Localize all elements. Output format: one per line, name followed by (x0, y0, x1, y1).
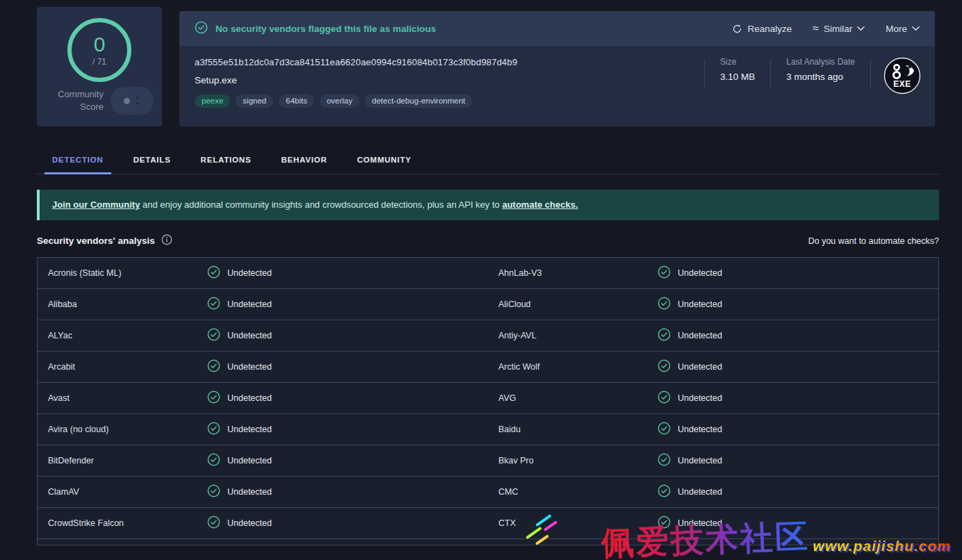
vendor-status: Undetected (658, 390, 938, 406)
vendor-cell-left: Avira (no cloud) Undetected (38, 414, 488, 445)
check-circle-icon (207, 516, 220, 531)
verdict-message: No security vendors flagged this file as… (215, 24, 436, 34)
tab-behavior[interactable]: BEHAVIOR (281, 145, 327, 174)
tabs-bar: DETECTION DETAILS RELATIONS BEHAVIOR COM… (37, 145, 939, 174)
info-icon[interactable] (161, 234, 172, 247)
table-row: Avast Undetected AVG Undetected (38, 383, 938, 414)
tab-detection[interactable]: DETECTION (52, 145, 104, 174)
file-tags: peexe signed 64bits overlay detect-debug… (195, 94, 704, 108)
status-text: Undetected (678, 487, 722, 497)
vendor-cell-left: ClamAV Undetected (38, 477, 488, 507)
check-circle-icon (207, 390, 220, 406)
file-name: Setup.exe (195, 75, 704, 85)
vendor-cell-left: CrowdStrike Falcon Undetected (38, 508, 488, 538)
vendor-cell-left: ALYac Undetected (38, 320, 488, 351)
vote-face-icon (124, 98, 130, 104)
last-analysis-block: Last Analysis Date 3 months ago (771, 57, 870, 82)
table-row: ClamAV Undetected CMC Undetected (38, 477, 938, 508)
vendor-name: AhnLab-V3 (498, 268, 658, 278)
banner-text: and enjoy additional community insights … (140, 199, 502, 210)
status-text: Undetected (678, 456, 722, 466)
community-score-label: Community Score (49, 88, 104, 113)
table-row: Alibaba Undetected AliCloud Undetected (38, 289, 938, 320)
file-tag[interactable]: 64bits (279, 94, 314, 108)
vendor-status: Undetected (207, 359, 488, 374)
check-circle-icon (207, 265, 220, 281)
detections-count: 0 (94, 34, 106, 55)
file-sha256-hash: a3f555e51b12dc0a7d3ca841511ea6620ae0994c… (195, 57, 704, 67)
similar-button[interactable]: ≈ Similar (813, 23, 865, 34)
vendor-name: Antiy-AVL (498, 331, 658, 340)
check-circle-icon (207, 328, 220, 343)
vendor-status: Undetected (658, 297, 938, 312)
vendor-status: Undetected (207, 484, 488, 500)
tab-details[interactable]: DETAILS (133, 145, 171, 174)
exe-file-type-icon: EXE (883, 57, 921, 94)
vendor-cell-left: Avast Undetected (38, 383, 488, 413)
vendor-cell-right: CTX Undetected (488, 508, 938, 538)
join-community-link[interactable]: Join our Community (52, 199, 140, 210)
status-text: Undetected (678, 425, 722, 434)
check-circle-icon (658, 297, 671, 312)
vendor-name: Acronis (Static ML) (48, 268, 207, 278)
analysis-title-text: Security vendors' analysis (37, 236, 155, 246)
tab-community[interactable]: COMMUNITY (357, 145, 411, 174)
automate-checks-prompt-link[interactable]: Do you want to automate checks? (808, 236, 939, 246)
status-text: Undetected (227, 393, 272, 403)
status-text: Undetected (227, 299, 272, 309)
vendor-name: Avira (no cloud) (48, 425, 207, 434)
file-tag[interactable]: peexe (195, 94, 230, 108)
vendor-cell-left: Acronis (Static ML) Undetected (38, 258, 488, 288)
status-text: Undetected (678, 362, 722, 372)
engines-total: / 71 (92, 57, 106, 67)
check-circle-icon (658, 359, 671, 374)
check-circle-icon (658, 453, 671, 468)
status-text: Undetected (678, 331, 722, 340)
vendor-name: Bkav Pro (498, 456, 658, 466)
vendor-status: Undetected (658, 484, 938, 500)
vendor-status: Undetected (658, 453, 938, 468)
status-text: Undetected (678, 518, 722, 528)
tab-relations[interactable]: RELATIONS (201, 145, 252, 174)
vendor-name: Alibaba (48, 299, 207, 309)
vendor-cell-right: Baidu Undetected (488, 414, 938, 445)
vendor-status: Undetected (207, 453, 488, 468)
check-circle-icon (658, 484, 671, 500)
chevron-down-icon (912, 26, 920, 31)
file-tag[interactable]: overlay (320, 94, 359, 108)
community-vote-widget[interactable]: ▲▼ (111, 87, 154, 115)
file-size-block: Size 3.10 MB (705, 57, 770, 82)
vendor-name: AliCloud (498, 299, 658, 309)
vendor-status: Undetected (658, 265, 938, 281)
file-tag[interactable]: signed (236, 94, 273, 108)
vendor-name: CrowdStrike Falcon (48, 518, 207, 528)
check-circle-icon (658, 422, 671, 437)
last-analysis-label: Last Analysis Date (786, 57, 855, 67)
reanalyze-button[interactable]: Reanalyze (732, 24, 792, 34)
status-text: Undetected (678, 299, 722, 309)
check-circle-icon (207, 453, 220, 468)
check-circle-icon (207, 297, 220, 312)
status-text: Undetected (227, 456, 272, 466)
check-circle-icon (195, 21, 208, 37)
vendor-status: Undetected (207, 265, 488, 281)
file-summary-panel: No security vendors flagged this file as… (179, 11, 935, 126)
vendor-name: Avast (48, 393, 207, 403)
vendor-name: ClamAV (48, 487, 207, 497)
check-circle-icon (658, 265, 671, 281)
vendor-name: BitDefender (48, 456, 207, 466)
vendor-status: Undetected (658, 328, 938, 343)
similar-waves-icon: ≈ (813, 23, 819, 34)
file-tag[interactable]: detect-debug-environment (365, 94, 472, 108)
vendor-cell-right: AliCloud Undetected (488, 289, 938, 320)
vendor-cell-left: BitDefender Undetected (38, 445, 488, 476)
vendor-cell-left: Arcabit Undetected (38, 352, 488, 382)
vendor-name: CMC (498, 487, 658, 497)
check-circle-icon (207, 359, 220, 374)
automate-checks-link[interactable]: automate checks. (502, 199, 578, 210)
vendor-cell-right: CMC Undetected (488, 477, 938, 507)
file-report-header: 0 / 71 Community Score ▲▼ No security ve… (0, 0, 962, 126)
more-button[interactable]: More (886, 24, 920, 34)
vendor-name: CTX (498, 518, 658, 528)
table-row: Arcabit Undetected Arctic Wolf Undetecte… (38, 352, 938, 383)
